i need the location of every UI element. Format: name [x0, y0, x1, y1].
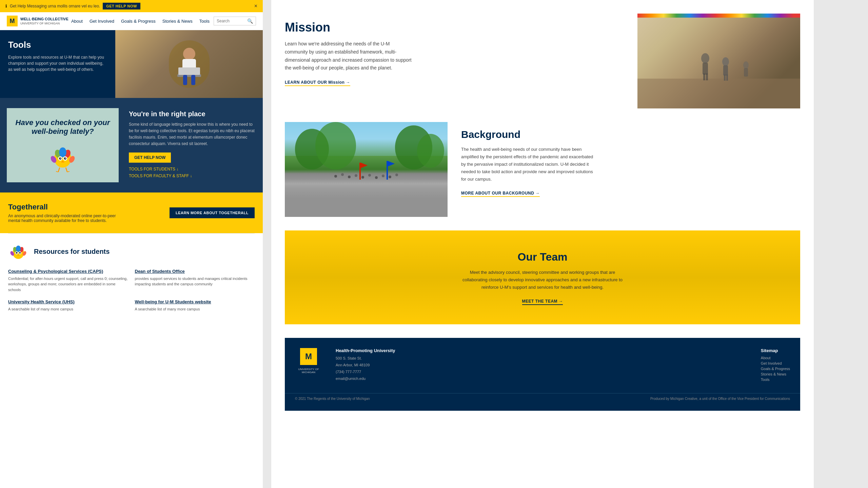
- logo-m-icon: M: [7, 16, 18, 26]
- mission-description: Learn how we're addressing the needs of …: [285, 40, 414, 72]
- wellbeing-right-title: You're in the right place: [129, 110, 256, 118]
- mission-content: Mission Learn how we're addressing the n…: [285, 14, 624, 85]
- crowd-svg: [285, 122, 448, 217]
- togetherall-section: Togetherall An anonymous and clinically-…: [0, 192, 263, 233]
- hallway-svg: [637, 18, 800, 108]
- tools-content: Tools Explore tools and resources at U-M…: [0, 30, 115, 98]
- svg-point-59: [361, 176, 364, 179]
- footer-logo-m-icon: M: [300, 348, 317, 365]
- alert-bar: ℹ Get Help Messaging urna mollis ornare …: [0, 0, 263, 12]
- wellbeing-website-desc: A searchable list of many more campus: [135, 306, 255, 312]
- footer-sitemap-title: Sitemap: [761, 348, 790, 353]
- svg-marker-68: [388, 161, 395, 166]
- svg-point-60: [368, 174, 371, 177]
- nav-about[interactable]: About: [71, 19, 83, 24]
- resources-mascot-icon: [8, 242, 28, 262]
- resource-item-dean: Dean of Students Office provides support…: [135, 269, 255, 293]
- svg-point-1: [183, 48, 195, 60]
- svg-line-20: [58, 167, 60, 172]
- resource-item-wellbeing: Well-being for U-M Students website A se…: [135, 299, 255, 312]
- team-title: Our Team: [458, 251, 627, 263]
- svg-rect-45: [724, 75, 726, 81]
- svg-rect-44: [723, 65, 728, 76]
- svg-rect-41: [703, 74, 705, 80]
- nav-stories[interactable]: Stories & News: [162, 19, 193, 24]
- background-description: The health and well-being needs of our c…: [461, 146, 597, 183]
- svg-line-21: [66, 167, 67, 172]
- svg-rect-54: [285, 173, 448, 217]
- dean-desc: provides support services to students an…: [135, 276, 255, 287]
- search-icon-button[interactable]: 🔍: [247, 18, 253, 24]
- svg-point-39: [701, 53, 709, 63]
- footer-sitemap-tools[interactable]: Tools: [761, 378, 790, 382]
- svg-point-57: [348, 176, 351, 178]
- footer-sitemap-get-involved[interactable]: Get Involved: [761, 361, 790, 365]
- wellbeing-website-link[interactable]: Well-being for U-M Students website: [135, 299, 255, 304]
- team-description: Meet the advisory council, steering comm…: [458, 269, 627, 291]
- footer-produced: Produced by Michigan Creative, a unit of…: [650, 397, 790, 401]
- background-section: Background The health and well-being nee…: [271, 122, 814, 230]
- nav-goals[interactable]: Goals & Progress: [121, 19, 156, 24]
- svg-point-17: [60, 158, 61, 159]
- mission-link[interactable]: LEARN ABOUT OUR Mission →: [285, 80, 350, 86]
- alert-bar-left: ℹ Get Help Messaging urna mollis ornare …: [5, 3, 140, 9]
- info-icon: ℹ: [5, 4, 7, 8]
- mission-section: Mission Learn how we're addressing the n…: [271, 0, 814, 122]
- background-title: Background: [461, 129, 800, 140]
- svg-marker-66: [361, 163, 368, 168]
- logo-subtitle: UNIVERSITY OF MICHIGAN: [20, 22, 68, 25]
- footer-organization: Health-Promoting University 500 S. State…: [336, 348, 747, 382]
- get-help-button[interactable]: GET HELP NOW: [129, 152, 171, 163]
- tools-for-faculty-link[interactable]: TOOLS FOR FACULTY & STAFF ↓: [129, 174, 256, 178]
- togetherall-content: Togetherall An anonymous and clinically-…: [8, 203, 127, 223]
- svg-rect-67: [387, 161, 388, 180]
- footer-logo: M UNIVERSITY OF MICHIGAN: [295, 348, 322, 374]
- background-content: Background The health and well-being nee…: [461, 122, 800, 196]
- resources-grid: Counseling & Psychological Services (CAP…: [8, 269, 255, 312]
- footer-sitemap-goals[interactable]: Goals & Progress: [761, 367, 790, 371]
- tools-image: [115, 30, 263, 98]
- footer-sitemap-stories[interactable]: Stories & News: [761, 372, 790, 376]
- svg-rect-6: [191, 75, 195, 85]
- caps-desc: Confidential; for after-hours urgent sup…: [8, 276, 128, 293]
- svg-rect-40: [703, 63, 708, 75]
- alert-text: Get Help Messaging urna mollis ornare ve…: [10, 4, 100, 8]
- uhs-link[interactable]: University Health Service (UHS): [8, 299, 128, 304]
- alert-get-help-button[interactable]: GET HELP NOW: [103, 3, 140, 9]
- tools-for-students-link[interactable]: TOOLS FOR STUDENTS ↓: [129, 167, 256, 171]
- togetherall-description: An anonymous and clinically-moderated on…: [8, 214, 127, 223]
- footer-address: 500 S. State St. Ann Arbor, MI 48109 (73…: [336, 355, 747, 382]
- nav-tools[interactable]: Tools: [199, 19, 210, 24]
- nav-get-involved[interactable]: Get Involved: [90, 19, 114, 24]
- svg-point-64: [395, 174, 398, 176]
- wellbeing-right-text: Some kind of language letting people kno…: [129, 121, 256, 147]
- search-input[interactable]: [217, 19, 247, 23]
- svg-point-53: [417, 134, 444, 168]
- learn-more-togetherall-button[interactable]: LEARN MORE ABOUT TOGETHERALL: [170, 207, 255, 218]
- search-area: 🔍: [214, 17, 256, 25]
- navigation: M WELL·BEING COLLECTIVE UNIVERSITY OF MI…: [0, 12, 263, 30]
- tools-section: Tools Explore tools and resources at U-M…: [0, 30, 263, 98]
- footer-org-name: Health-Promoting University: [336, 348, 747, 353]
- resources-section: Resources for students Counseling & Psyc…: [0, 233, 263, 320]
- svg-point-35: [19, 252, 21, 253]
- meet-team-link[interactable]: MEET THE TEAM →: [522, 299, 563, 305]
- logo-area: M WELL·BEING COLLECTIVE UNIVERSITY OF MI…: [7, 16, 68, 26]
- footer-email: email@umich.edu: [336, 377, 366, 381]
- mission-image: [637, 14, 800, 108]
- caps-link[interactable]: Counseling & Psychological Services (CAP…: [8, 269, 128, 274]
- tools-description: Explore tools and resources at U-M that …: [8, 54, 107, 73]
- resource-item-caps: Counseling & Psychological Services (CAP…: [8, 269, 128, 293]
- footer-sitemap: Sitemap About Get Involved Goals & Progr…: [761, 348, 790, 383]
- svg-point-47: [743, 61, 749, 69]
- mascot-icon: [47, 142, 78, 172]
- footer-sitemap-about[interactable]: About: [761, 356, 790, 360]
- wellbeing-right-panel: You're in the right place Some kind of l…: [129, 110, 256, 181]
- alert-close-button[interactable]: ×: [254, 3, 257, 9]
- svg-point-55: [334, 175, 337, 178]
- footer-logo-subtitle: UNIVERSITY OF MICHIGAN: [295, 368, 322, 374]
- svg-point-62: [382, 175, 384, 177]
- nav-links: About Get Involved Goals & Progress Stor…: [71, 19, 210, 24]
- dean-link[interactable]: Dean of Students Office: [135, 269, 255, 274]
- background-link[interactable]: MORE ABOUT OUR BACKGROUND →: [461, 191, 540, 197]
